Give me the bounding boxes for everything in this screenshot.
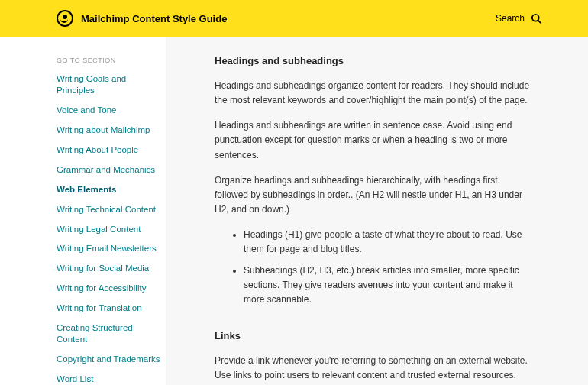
sidebar: GO TO SECTION Writing Goals and Principl… xyxy=(0,37,166,385)
body-text: Organize headings and subheadings hierar… xyxy=(215,173,535,218)
sidebar-item[interactable]: Voice and Tone xyxy=(57,105,166,116)
sidebar-item[interactable]: Writing Goals and Principles xyxy=(57,73,166,96)
sidebar-item[interactable]: Writing for Social Media xyxy=(57,263,166,274)
body-text: Headings and subheadings are written in … xyxy=(215,118,535,163)
body-text: Headings and subheadings organize conten… xyxy=(215,79,535,108)
section-heading-links: Links xyxy=(215,328,545,345)
section-heading-headings: Headings and subheadings xyxy=(215,53,545,70)
list-item: Headings (H1) give people a taste of wha… xyxy=(244,228,535,257)
sidebar-item[interactable]: Writing for Accessibility xyxy=(57,283,166,294)
sidebar-item[interactable]: Web Elements xyxy=(57,184,166,196)
search-button[interactable]: Search xyxy=(496,13,542,24)
sidebar-heading: GO TO SECTION xyxy=(57,57,166,64)
sidebar-item[interactable]: Copyright and Trademarks xyxy=(57,354,166,365)
mailchimp-logo-icon xyxy=(57,10,73,27)
body-text: Provide a link whenever you're referring… xyxy=(215,354,535,383)
sidebar-item[interactable]: Word List xyxy=(57,374,166,385)
search-icon xyxy=(531,13,542,24)
site-title: Mailchimp Content Style Guide xyxy=(81,13,227,24)
list-item: Subheadings (H2, H3, etc.) break article… xyxy=(244,264,535,308)
svg-point-0 xyxy=(532,14,539,21)
sidebar-item[interactable]: Writing for Translation xyxy=(57,302,166,314)
header-left: Mailchimp Content Style Guide xyxy=(57,10,227,27)
header: Mailchimp Content Style Guide Search xyxy=(0,0,588,37)
sidebar-item[interactable]: Grammar and Mechanics xyxy=(57,164,166,176)
search-label: Search xyxy=(496,13,525,24)
sidebar-item[interactable]: Writing About People xyxy=(57,144,166,156)
sidebar-item[interactable]: Writing about Mailchimp xyxy=(57,125,166,136)
sidebar-item[interactable]: Creating Structured Content xyxy=(57,322,166,345)
main-content: Headings and subheadings Headings and su… xyxy=(166,37,588,385)
sidebar-item[interactable]: Writing Legal Content xyxy=(57,224,166,235)
heading-types-list: Headings (H1) give people a taste of wha… xyxy=(215,228,535,307)
sidebar-item[interactable]: Writing Email Newsletters xyxy=(57,243,166,254)
svg-line-1 xyxy=(538,20,541,23)
sidebar-item[interactable]: Writing Technical Content xyxy=(57,204,166,215)
